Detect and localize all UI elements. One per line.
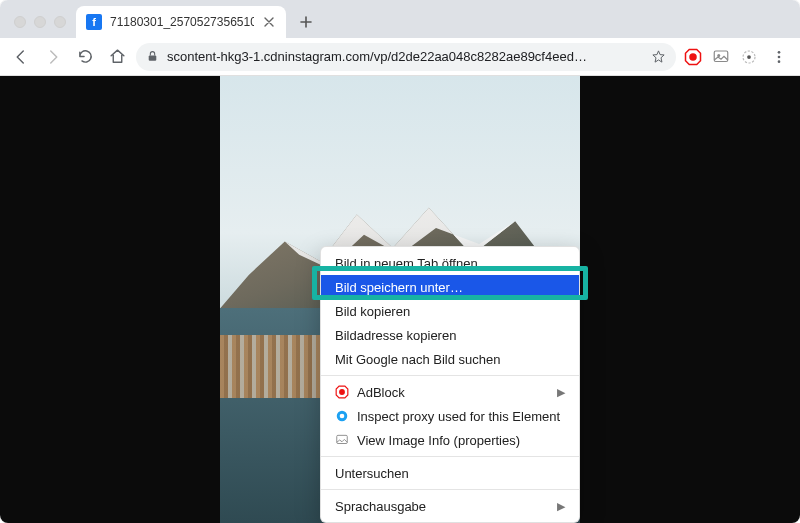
adblock-icon	[335, 385, 349, 399]
browser-window: f 71180301_2570527356510530 scontent-hk	[0, 0, 800, 523]
context-view-image-info[interactable]: View Image Info (properties)	[321, 428, 579, 452]
svg-point-6	[747, 55, 751, 59]
reload-button[interactable]	[72, 44, 98, 70]
context-item-label: Mit Google nach Bild suchen	[335, 352, 500, 367]
context-item-label: Sprachausgabe	[335, 499, 426, 514]
context-open-image-new-tab[interactable]: Bild in neuem Tab öffnen	[321, 251, 579, 275]
lock-icon	[146, 50, 159, 63]
url-text: scontent-hkg3-1.cdninstagram.com/vp/d2de…	[167, 49, 643, 64]
proxy-icon	[335, 409, 349, 423]
svg-point-11	[339, 389, 345, 395]
submenu-arrow-icon: ▶	[557, 386, 565, 399]
context-speech[interactable]: Sprachausgabe ▶	[321, 494, 579, 518]
home-button[interactable]	[104, 44, 130, 70]
context-item-label: Bild kopieren	[335, 304, 410, 319]
context-search-google-for-image[interactable]: Mit Google nach Bild suchen	[321, 347, 579, 371]
window-zoom-button[interactable]	[54, 16, 66, 28]
back-button[interactable]	[8, 44, 34, 70]
close-tab-button[interactable]	[262, 15, 276, 29]
context-item-label: Bild in neuem Tab öffnen	[335, 256, 478, 271]
facebook-favicon-icon: f	[86, 14, 102, 30]
submenu-arrow-icon: ▶	[557, 500, 565, 513]
context-item-label: Bildadresse kopieren	[335, 328, 456, 343]
svg-point-13	[340, 414, 345, 419]
context-item-label: AdBlock	[357, 385, 405, 400]
content-area: Bild in neuem Tab öffnen Bild speichern …	[0, 76, 800, 523]
tab-bar: f 71180301_2570527356510530	[0, 0, 800, 38]
browser-tab[interactable]: f 71180301_2570527356510530	[76, 6, 286, 38]
context-inspect-proxy[interactable]: Inspect proxy used for this Element	[321, 404, 579, 428]
svg-rect-0	[149, 55, 157, 60]
adblock-extension-icon[interactable]	[682, 46, 704, 68]
context-copy-image[interactable]: Bild kopieren	[321, 299, 579, 323]
proxy-extension-icon[interactable]	[738, 46, 760, 68]
window-controls	[8, 16, 76, 38]
svg-point-9	[778, 60, 781, 63]
new-tab-button[interactable]	[292, 8, 320, 36]
svg-point-2	[689, 53, 697, 61]
context-item-label: Untersuchen	[335, 466, 409, 481]
toolbar: scontent-hkg3-1.cdninstagram.com/vp/d2de…	[0, 38, 800, 76]
bookmark-star-icon[interactable]	[651, 49, 666, 64]
tab-title: 71180301_2570527356510530	[110, 15, 254, 29]
context-separator	[321, 456, 579, 457]
context-copy-image-address[interactable]: Bildadresse kopieren	[321, 323, 579, 347]
context-inspect[interactable]: Untersuchen	[321, 461, 579, 485]
context-item-label: Inspect proxy used for this Element	[357, 409, 560, 424]
context-menu: Bild in neuem Tab öffnen Bild speichern …	[320, 246, 580, 523]
context-item-label: Bild speichern unter…	[335, 280, 463, 295]
svg-point-8	[778, 55, 781, 58]
window-close-button[interactable]	[14, 16, 26, 28]
context-item-label: View Image Info (properties)	[357, 433, 520, 448]
forward-button[interactable]	[40, 44, 66, 70]
window-minimize-button[interactable]	[34, 16, 46, 28]
svg-point-7	[778, 51, 781, 54]
context-separator	[321, 489, 579, 490]
context-separator	[321, 375, 579, 376]
context-adblock[interactable]: AdBlock ▶	[321, 380, 579, 404]
image-info-extension-icon[interactable]	[710, 46, 732, 68]
context-save-image-as[interactable]: Bild speichern unter…	[321, 275, 579, 299]
image-info-icon	[335, 433, 349, 447]
address-bar[interactable]: scontent-hkg3-1.cdninstagram.com/vp/d2de…	[136, 43, 676, 71]
browser-menu-button[interactable]	[766, 44, 792, 70]
